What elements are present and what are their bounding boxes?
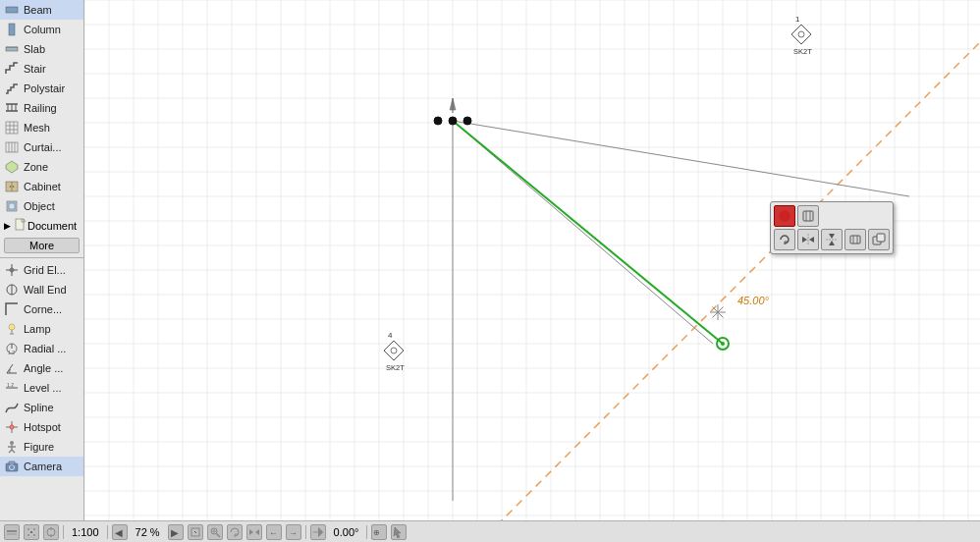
sidebar-item-gridel[interactable]: Grid El... xyxy=(0,260,83,280)
svg-text:▶: ▶ xyxy=(171,527,179,538)
svg-point-114 xyxy=(30,531,32,533)
sidebar-item-cabinet[interactable]: Cabinet xyxy=(0,177,83,196)
sidebar-label-gridel: Grid El... xyxy=(24,264,66,276)
svg-text:⊕: ⊕ xyxy=(373,528,380,537)
sidebar-divider xyxy=(0,257,83,258)
toolbar-duplicate-button[interactable] xyxy=(868,229,890,250)
statusbar: 1:100 ◀ 72 % ▶ ← → 0.00° ⊕ xyxy=(0,520,980,542)
sidebar-item-zone[interactable]: Zone xyxy=(0,157,83,177)
wallend-icon xyxy=(4,282,20,298)
sidebar-label-column: Column xyxy=(24,24,61,35)
mesh-icon xyxy=(4,120,20,136)
sidebar-item-radial[interactable]: 1.2 Radial ... xyxy=(0,339,83,358)
layer-icon[interactable] xyxy=(4,524,20,540)
snap-icon[interactable] xyxy=(43,524,59,540)
zoom-in-icon[interactable]: ▶ xyxy=(168,524,184,540)
svg-point-110 xyxy=(27,528,29,530)
svg-rect-108 xyxy=(7,530,17,532)
sidebar-label-zone: Zone xyxy=(24,161,48,173)
svg-point-111 xyxy=(33,528,35,530)
toolbar-close-button[interactable] xyxy=(774,205,795,227)
rotate-view-icon[interactable] xyxy=(227,524,243,540)
sidebar-item-corner[interactable]: Corne... xyxy=(0,299,83,319)
svg-rect-24 xyxy=(9,203,15,209)
sidebar-item-slab[interactable]: Slab xyxy=(0,39,83,59)
sidebar-label-radial: Radial ... xyxy=(24,343,66,354)
svg-marker-98 xyxy=(802,237,807,243)
sidebar-more-button[interactable]: More xyxy=(4,238,80,253)
toolbar-flip-v-button[interactable] xyxy=(821,229,843,250)
toolbar-settings2-button[interactable] xyxy=(844,229,866,250)
sidebar-label-wallend: Wall End xyxy=(24,284,67,296)
sidebar-item-level[interactable]: 1.2 Level ... xyxy=(0,378,83,398)
document-tri-icon: ▶ xyxy=(4,221,11,231)
corner-icon xyxy=(4,301,20,317)
sidebar-label-polystair: Polystair xyxy=(24,82,65,94)
angle-indicator-icon[interactable] xyxy=(310,524,326,540)
svg-text:◀: ◀ xyxy=(115,527,123,538)
svg-marker-130 xyxy=(318,526,323,537)
sidebar-item-wallend[interactable]: Wall End xyxy=(0,280,83,299)
object-icon xyxy=(4,198,20,214)
sidebar: Beam Column Slab Stair Polystair Railing xyxy=(0,0,84,520)
svg-point-93 xyxy=(779,210,790,222)
zoom-label: 72 % xyxy=(132,526,164,538)
sidebar-label-level: Level ... xyxy=(24,382,62,394)
canvas[interactable]: 1 SK2T 4 SK2T 45.00° xyxy=(84,0,980,520)
zoom-out-icon[interactable]: ◀ xyxy=(112,524,128,540)
sidebar-item-stair[interactable]: Stair xyxy=(0,59,83,79)
sidebar-item-curtain[interactable]: Curtai... xyxy=(0,137,83,157)
sidebar-item-polystair[interactable]: Polystair xyxy=(0,79,83,98)
pan-right-icon[interactable]: → xyxy=(286,524,301,540)
svg-line-123 xyxy=(216,533,220,537)
pointer-icon[interactable] xyxy=(391,524,407,540)
divider-2 xyxy=(107,525,108,539)
sidebar-item-document[interactable]: ▶ Document xyxy=(0,216,83,236)
svg-rect-107 xyxy=(877,234,885,242)
snap-grid-icon[interactable] xyxy=(24,524,39,540)
svg-point-44 xyxy=(10,425,14,429)
sidebar-item-figure[interactable]: Figure xyxy=(0,437,83,457)
svg-line-49 xyxy=(12,450,15,453)
fit-icon[interactable] xyxy=(188,524,203,540)
sidebar-item-angle[interactable]: Angle ... xyxy=(0,358,83,378)
sidebar-item-beam[interactable]: Beam xyxy=(0,0,83,20)
sidebar-label-railing: Railing xyxy=(24,102,57,114)
sidebar-item-spline[interactable]: Spline xyxy=(0,398,83,417)
svg-point-112 xyxy=(27,534,29,536)
toolbar-row-2 xyxy=(774,229,890,250)
angle-label: 45.00° xyxy=(737,295,769,306)
svg-point-113 xyxy=(33,534,35,536)
toolbar-rotate-button[interactable] xyxy=(774,229,795,250)
pan-left-icon[interactable]: ← xyxy=(266,524,282,540)
stair-icon xyxy=(4,61,20,77)
mirror-view-icon[interactable] xyxy=(246,524,262,540)
toolbar-settings-button[interactable] xyxy=(797,205,819,227)
sidebar-more-label: More xyxy=(29,240,54,251)
sidebar-item-mesh[interactable]: Mesh xyxy=(0,118,83,137)
svg-text:←: ← xyxy=(269,528,278,538)
svg-text:1.2: 1.2 xyxy=(8,350,15,355)
scale-label: 1:100 xyxy=(68,526,103,538)
zoom-window-icon[interactable] xyxy=(207,524,223,540)
sidebar-label-object: Object xyxy=(24,200,55,212)
sidebar-item-lamp[interactable]: Lamp xyxy=(0,319,83,339)
toolbar-mirror-button[interactable] xyxy=(797,229,819,250)
slab-icon xyxy=(4,41,20,57)
svg-text:1.2: 1.2 xyxy=(7,382,14,388)
document-icon xyxy=(14,218,27,234)
divider-1 xyxy=(63,525,64,539)
svg-point-21 xyxy=(10,186,12,188)
sidebar-item-railing[interactable]: Railing xyxy=(0,98,83,118)
sidebar-label-spline: Spline xyxy=(24,402,54,413)
sidebar-label-corner: Corne... xyxy=(24,303,62,315)
sidebar-item-hotspot[interactable]: Hotspot xyxy=(0,417,83,437)
sidebar-item-column[interactable]: Column xyxy=(0,20,83,39)
sidebar-item-object[interactable]: Object xyxy=(0,196,83,216)
svg-marker-102 xyxy=(829,241,835,245)
sidebar-label-cabinet: Cabinet xyxy=(24,181,61,192)
svg-marker-127 xyxy=(255,529,259,535)
sidebar-item-camera[interactable]: Camera xyxy=(0,457,83,476)
coord-icon[interactable]: ⊕ xyxy=(371,524,387,540)
svg-point-32 xyxy=(9,324,15,330)
